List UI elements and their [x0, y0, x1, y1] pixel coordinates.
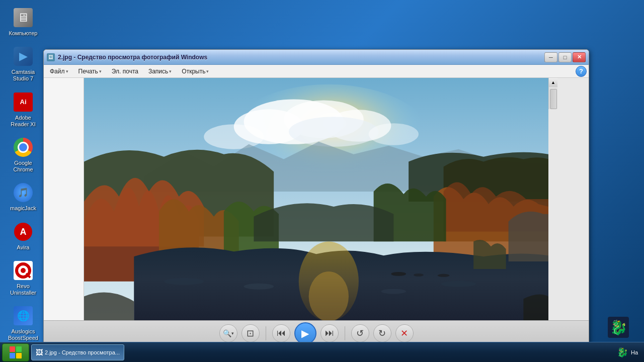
svg-point-16 — [309, 272, 349, 320]
computer-label: Компьютер — [9, 30, 38, 37]
menu-file[interactable]: Файл ▾ — [46, 67, 72, 76]
auslogics-label: AuslogicsBoostSpeed — [8, 328, 38, 341]
svg-point-18 — [381, 289, 407, 294]
svg-rect-26 — [10, 353, 15, 358]
sidebar-item-computer[interactable]: 🖥 Компьютер — [5, 5, 41, 39]
camtasia-label: CamtasiaStudio 7 — [12, 69, 35, 82]
avira-label: Avira — [17, 244, 30, 251]
landscape-svg — [84, 78, 548, 320]
magicjack-label: magicJack — [10, 205, 36, 212]
maximize-button[interactable]: □ — [558, 52, 572, 62]
photo-viewer-window: 🖼 2.jpg - Средство просмотра фотографий … — [43, 49, 589, 346]
sidebar-item-revo[interactable]: RevoUninstaller — [5, 258, 41, 298]
delete-button[interactable]: ✕ — [395, 324, 414, 342]
rotate-right-button[interactable]: ↻ — [373, 324, 391, 342]
fit-button[interactable]: ⊡ — [242, 324, 260, 342]
right-area: ▲ — [548, 78, 589, 320]
camtasia-icon: ▶ — [13, 46, 34, 67]
revo-icon — [13, 260, 34, 281]
sidebar-item-avira[interactable]: A Avira — [5, 219, 41, 253]
svg-point-20 — [441, 281, 476, 287]
svg-point-23 — [414, 274, 424, 277]
sidebar-item-camtasia[interactable]: ▶ CamtasiaStudio 7 — [5, 44, 41, 84]
play-button[interactable]: ▶ — [294, 322, 316, 344]
scroll-up-arrow[interactable]: ▲ — [549, 78, 557, 87]
zoom-button[interactable]: 🔍▾ — [219, 324, 237, 342]
nature-photo — [84, 78, 548, 320]
dragon-icon: 🐉 — [608, 317, 629, 338]
taskbar-photo-viewer[interactable]: 🖼 2.jpg - Средство просмотра... — [31, 344, 124, 360]
taskbar-tray: 🐉 На — [617, 347, 642, 358]
svg-point-22 — [438, 274, 450, 277]
menu-bar: Файл ▾ Печать ▾ Эл. почта Запись ▾ Откры… — [44, 65, 589, 78]
sidebar-item-chrome[interactable]: Google Chrome — [5, 135, 41, 175]
title-bar: 🖼 2.jpg - Средство просмотра фотографий … — [44, 50, 589, 65]
svg-point-17 — [244, 284, 274, 290]
menu-open[interactable]: Открыть ▾ — [178, 67, 213, 76]
rotate-left-button[interactable]: ↺ — [351, 324, 369, 342]
toolbar-sep-2 — [345, 326, 345, 340]
taskbar-photo-label: 2.jpg - Средство просмотра... — [45, 349, 120, 355]
auslogics-icon: 🌐 — [13, 305, 34, 326]
content-area: ▲ — [44, 78, 589, 320]
help-button[interactable]: ? — [576, 66, 587, 77]
adobe-icon: Ai — [13, 92, 34, 113]
svg-rect-24 — [10, 346, 15, 352]
window-title: 2.jpg - Средство просмотра фотографий Wi… — [58, 54, 544, 61]
svg-point-13 — [204, 124, 264, 149]
avira-icon: A — [13, 221, 34, 242]
menu-email[interactable]: Эл. почта — [108, 67, 142, 76]
title-bar-buttons: ─ □ ✕ — [544, 52, 586, 62]
next-button[interactable]: ⏭ — [320, 324, 339, 342]
photo-area — [84, 78, 548, 320]
title-bar-icon: 🖼 — [47, 53, 55, 61]
menu-write[interactable]: Запись ▾ — [144, 67, 176, 76]
dragon-icon-area: 🐉 — [608, 317, 629, 338]
start-button[interactable] — [2, 343, 29, 361]
close-button[interactable]: ✕ — [573, 52, 586, 62]
left-panel — [44, 78, 84, 320]
scroll-thumb[interactable] — [550, 89, 557, 109]
svg-text:A: A — [20, 227, 27, 237]
chrome-icon — [13, 137, 34, 158]
sidebar-item-auslogics[interactable]: 🌐 AuslogicsBoostSpeed — [5, 303, 41, 343]
revo-label: RevoUninstaller — [10, 283, 36, 296]
menu-file-arrow: ▾ — [66, 69, 68, 74]
sidebar-item-adobe[interactable]: Ai AdobeReader XI — [5, 89, 41, 130]
right-scrollbar[interactable]: ▲ — [548, 78, 557, 109]
desktop-icons: 🖥 Компьютер ▶ CamtasiaStudio 7 Ai AdobeR… — [5, 5, 41, 362]
toolbar-sep-1 — [266, 326, 266, 340]
desktop: 🖥 Компьютер ▶ CamtasiaStudio 7 Ai AdobeR… — [0, 0, 644, 362]
minimize-button[interactable]: ─ — [544, 52, 557, 62]
computer-icon: 🖥 — [13, 7, 34, 28]
taskbar-photo-icon: 🖼 — [36, 348, 43, 356]
svg-point-5 — [21, 268, 26, 273]
menu-open-arrow: ▾ — [206, 69, 209, 74]
menu-print[interactable]: Печать ▾ — [74, 67, 106, 76]
chrome-label: Google Chrome — [7, 160, 39, 173]
sidebar-item-magicjack[interactable]: 🎵 magicJack — [5, 180, 41, 214]
svg-point-21 — [391, 272, 406, 276]
menu-write-arrow: ▾ — [169, 69, 172, 74]
adobe-label: AdobeReader XI — [11, 115, 36, 128]
dragon-tray-icon: 🐉 — [617, 347, 628, 358]
magicjack-icon: 🎵 — [13, 182, 34, 203]
svg-rect-27 — [16, 353, 22, 358]
tray-time: На — [631, 349, 638, 355]
taskbar: 🖼 2.jpg - Средство просмотра... 🐉 На — [0, 342, 644, 362]
svg-rect-25 — [16, 346, 22, 352]
menu-print-arrow: ▾ — [99, 69, 102, 74]
svg-point-12 — [289, 117, 379, 147]
windows-logo-icon — [9, 345, 23, 359]
svg-point-19 — [164, 278, 204, 285]
svg-point-14 — [369, 123, 419, 145]
prev-button[interactable]: ⏮ — [272, 324, 290, 342]
